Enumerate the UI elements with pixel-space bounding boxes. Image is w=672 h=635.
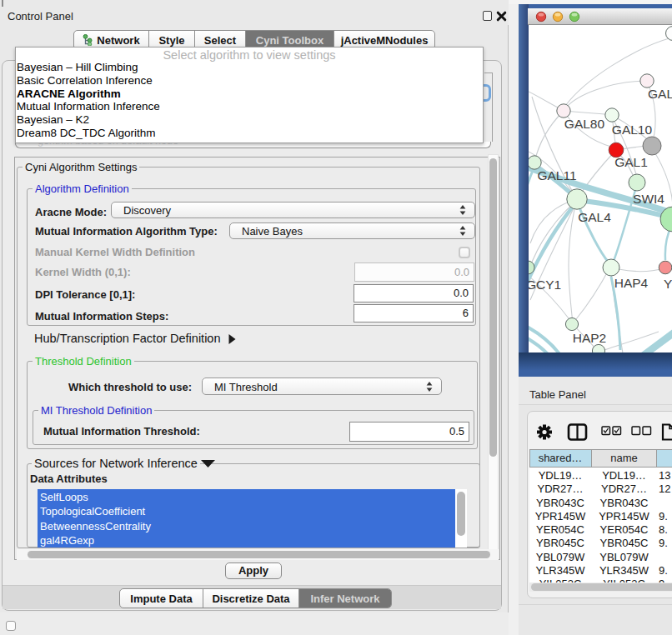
svg-text:GAL7: GAL7 — [648, 87, 672, 101]
svg-text:HAP2: HAP2 — [573, 331, 607, 345]
svg-text:HAP4: HAP4 — [614, 276, 649, 290]
svg-text:GAL1: GAL1 — [614, 155, 648, 169]
svg-text:GAL11: GAL11 — [537, 168, 576, 182]
svg-text:GAL80: GAL80 — [564, 117, 605, 131]
svg-text:GCY1: GCY1 — [529, 278, 561, 292]
svg-text:GAL4: GAL4 — [578, 210, 611, 224]
svg-text:YM: YM — [664, 277, 672, 291]
svg-text:SWI4: SWI4 — [633, 192, 664, 206]
svg-text:GAL10: GAL10 — [612, 122, 653, 137]
